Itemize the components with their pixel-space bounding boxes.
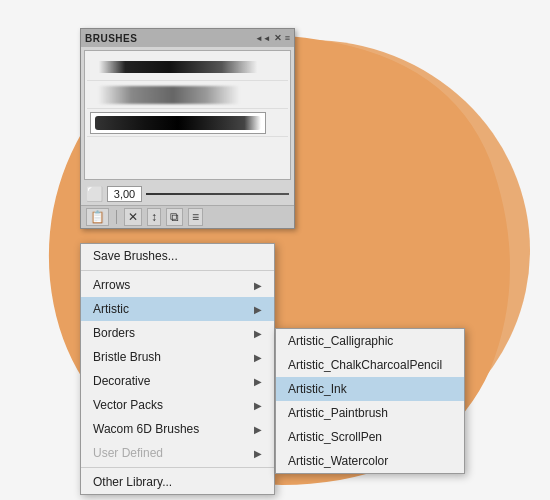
panel-menu-button[interactable]: ≡ bbox=[285, 33, 290, 43]
vector-packs-submenu-arrow-icon: ▶ bbox=[254, 400, 262, 411]
new-brush-button[interactable]: 📋 bbox=[86, 208, 109, 226]
submenu-item-chalk[interactable]: Artistic_ChalkCharcoalPencil bbox=[276, 353, 464, 377]
menu-item-user-defined-label: User Defined bbox=[93, 446, 163, 460]
panel-titlebar: BRUSHES ◄◄ ✕ ≡ bbox=[81, 29, 294, 47]
size-slider[interactable] bbox=[146, 193, 289, 195]
decorative-submenu-arrow-icon: ▶ bbox=[254, 376, 262, 387]
brush-size-value[interactable]: 3,00 bbox=[107, 186, 142, 202]
menu-item-bristle-brush-label: Bristle Brush bbox=[93, 350, 161, 364]
options-brush-button[interactable]: ≡ bbox=[188, 208, 203, 226]
submenu-item-watercolor-label: Artistic_Watercolor bbox=[288, 454, 388, 468]
brushes-panel-container: BRUSHES ◄◄ ✕ ≡ bbox=[80, 28, 295, 229]
menu-separator-1 bbox=[81, 270, 274, 271]
submenu-item-scrollpen-label: Artistic_ScrollPen bbox=[288, 430, 382, 444]
submenu-item-watercolor[interactable]: Artistic_Watercolor bbox=[276, 449, 464, 473]
brush-stroke-2 bbox=[90, 86, 256, 104]
menu-item-arrows-label: Arrows bbox=[93, 278, 130, 292]
menu-item-user-defined: User Defined ▶ bbox=[81, 441, 274, 465]
submenu-item-calligraphic-label: Artistic_Calligraphic bbox=[288, 334, 393, 348]
menu-item-wacom[interactable]: Wacom 6D Brushes ▶ bbox=[81, 417, 274, 441]
borders-submenu-arrow-icon: ▶ bbox=[254, 328, 262, 339]
brush-item-3[interactable] bbox=[87, 109, 288, 137]
menu-item-bristle-brush[interactable]: Bristle Brush ▶ bbox=[81, 345, 274, 369]
menu-item-artistic[interactable]: Artistic ▶ bbox=[81, 297, 274, 321]
panel-close-button[interactable]: ✕ bbox=[274, 33, 282, 43]
menu-item-decorative-label: Decorative bbox=[93, 374, 150, 388]
menu-item-other-library[interactable]: Other Library... bbox=[81, 470, 274, 494]
submenu-item-chalk-label: Artistic_ChalkCharcoalPencil bbox=[288, 358, 442, 372]
artistic-submenu: Artistic_Calligraphic Artistic_ChalkChar… bbox=[275, 328, 465, 474]
panel-collapse-button[interactable]: ◄◄ bbox=[255, 34, 271, 43]
menu-item-wacom-label: Wacom 6D Brushes bbox=[93, 422, 199, 436]
menu-separator-2 bbox=[81, 467, 274, 468]
brush-size-row: ⬜ 3,00 bbox=[81, 183, 294, 205]
brush-list[interactable] bbox=[84, 50, 291, 180]
menu-item-save-brushes[interactable]: Save Brushes... bbox=[81, 244, 274, 268]
submenu-item-calligraphic[interactable]: Artistic_Calligraphic bbox=[276, 329, 464, 353]
panel-controls: ◄◄ ✕ ≡ bbox=[255, 33, 290, 43]
brush-size-icon: ⬜ bbox=[86, 186, 103, 202]
bristle-brush-submenu-arrow-icon: ▶ bbox=[254, 352, 262, 363]
menu-item-borders[interactable]: Borders ▶ bbox=[81, 321, 274, 345]
menu-item-artistic-label: Artistic bbox=[93, 302, 129, 316]
move-brush-button[interactable]: ↕ bbox=[147, 208, 161, 226]
arrows-submenu-arrow-icon: ▶ bbox=[254, 280, 262, 291]
submenu-item-ink[interactable]: Artistic_Ink bbox=[276, 377, 464, 401]
brush-stroke-3 bbox=[95, 116, 261, 130]
menu-item-vector-packs-label: Vector Packs bbox=[93, 398, 163, 412]
menu-item-vector-packs[interactable]: Vector Packs ▶ bbox=[81, 393, 274, 417]
brush-item-1[interactable] bbox=[87, 53, 288, 81]
menu-item-borders-label: Borders bbox=[93, 326, 135, 340]
delete-brush-button[interactable]: ✕ bbox=[124, 208, 142, 226]
menu-item-arrows[interactable]: Arrows ▶ bbox=[81, 273, 274, 297]
panel-toolbar: 📋 ✕ ↕ ⧉ ≡ bbox=[81, 205, 294, 228]
duplicate-brush-button[interactable]: ⧉ bbox=[166, 208, 183, 226]
submenu-item-scrollpen[interactable]: Artistic_ScrollPen bbox=[276, 425, 464, 449]
panel-title: BRUSHES bbox=[85, 33, 137, 44]
wacom-submenu-arrow-icon: ▶ bbox=[254, 424, 262, 435]
submenu-item-paintbrush-label: Artistic_Paintbrush bbox=[288, 406, 388, 420]
context-menu: Save Brushes... Arrows ▶ Artistic ▶ Bord… bbox=[80, 243, 275, 495]
brush-item-2[interactable] bbox=[87, 81, 288, 109]
artistic-submenu-arrow-icon: ▶ bbox=[254, 304, 262, 315]
menu-item-save-brushes-label: Save Brushes... bbox=[93, 249, 178, 263]
user-defined-submenu-arrow-icon: ▶ bbox=[254, 448, 262, 459]
brushes-panel: BRUSHES ◄◄ ✕ ≡ bbox=[80, 28, 295, 229]
submenu-item-paintbrush[interactable]: Artistic_Paintbrush bbox=[276, 401, 464, 425]
submenu-item-ink-label: Artistic_Ink bbox=[288, 382, 347, 396]
brush-stroke-1 bbox=[90, 61, 266, 73]
toolbar-separator-1 bbox=[116, 210, 117, 224]
menu-item-decorative[interactable]: Decorative ▶ bbox=[81, 369, 274, 393]
menu-item-other-library-label: Other Library... bbox=[93, 475, 172, 489]
